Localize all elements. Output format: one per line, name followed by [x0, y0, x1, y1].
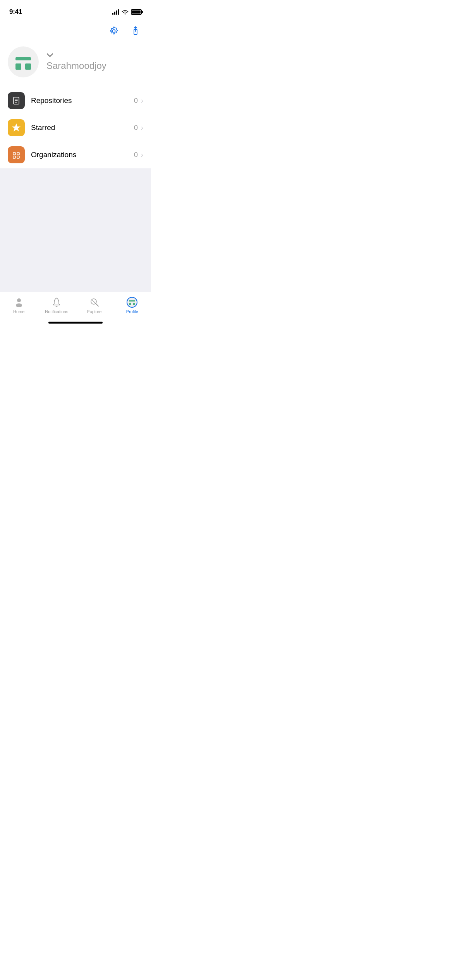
- tab-profile[interactable]: Profile: [113, 295, 151, 314]
- header-actions: [0, 19, 151, 43]
- home-icon: [14, 297, 24, 308]
- organizations-label: Organizations: [31, 151, 134, 159]
- starred-item[interactable]: Starred 0 ›: [0, 114, 151, 141]
- svg-point-12: [17, 298, 21, 302]
- tab-home-label: Home: [13, 309, 24, 314]
- svg-rect-18: [129, 303, 131, 305]
- avatar: [8, 46, 39, 77]
- profile-section: Sarahmoodjoy: [0, 43, 151, 87]
- status-bar: 9:41: [0, 0, 151, 19]
- profile-tab-icon: [127, 297, 137, 308]
- repositories-icon: [8, 92, 25, 109]
- explore-icon: [89, 297, 100, 308]
- svg-rect-11: [17, 156, 19, 158]
- svg-rect-10: [13, 156, 15, 158]
- repositories-count: 0: [134, 97, 138, 105]
- profile-info: Sarahmoodjoy: [46, 53, 106, 71]
- profile-tab-avatar: [127, 297, 137, 308]
- starred-chevron-icon: ›: [141, 124, 143, 132]
- svg-rect-2: [15, 63, 21, 70]
- signal-bars-icon: [112, 9, 119, 15]
- svg-rect-17: [129, 300, 135, 302]
- tab-profile-label: Profile: [126, 309, 138, 314]
- repositories-label: Repositories: [31, 96, 134, 105]
- wifi-icon: [122, 9, 129, 15]
- tab-home[interactable]: Home: [0, 295, 38, 314]
- username-label: Sarahmoodjoy: [46, 60, 106, 71]
- svg-line-16: [93, 300, 95, 303]
- home-bar: [48, 322, 103, 324]
- tab-notifications-label: Notifications: [45, 309, 68, 314]
- share-button[interactable]: [128, 23, 143, 39]
- status-icons: [112, 9, 142, 15]
- settings-button[interactable]: [106, 23, 122, 39]
- status-time: 9:41: [9, 8, 22, 16]
- repositories-item[interactable]: Repositories 0 ›: [0, 87, 151, 114]
- svg-rect-19: [133, 303, 135, 305]
- organizations-icon: [8, 146, 25, 163]
- svg-line-15: [96, 303, 98, 306]
- starred-count: 0: [134, 124, 138, 132]
- notifications-icon: [51, 297, 62, 308]
- svg-rect-1: [15, 57, 31, 60]
- organizations-chevron-icon: ›: [141, 151, 143, 159]
- starred-label: Starred: [31, 123, 134, 132]
- starred-icon: [8, 119, 25, 136]
- tab-notifications[interactable]: Notifications: [38, 295, 76, 314]
- organizations-item[interactable]: Organizations 0 ›: [0, 141, 151, 168]
- dropdown-arrow-icon[interactable]: [46, 53, 106, 59]
- tab-explore[interactable]: Explore: [76, 295, 113, 314]
- svg-rect-3: [25, 63, 31, 70]
- repositories-chevron-icon: ›: [141, 97, 143, 105]
- svg-rect-9: [17, 152, 19, 155]
- tab-explore-label: Explore: [87, 309, 101, 314]
- svg-rect-8: [13, 152, 15, 155]
- organizations-count: 0: [134, 151, 138, 159]
- menu-list: Repositories 0 › Starred 0 › Organizatio…: [0, 87, 151, 168]
- battery-icon: [131, 9, 142, 15]
- svg-point-13: [16, 303, 22, 307]
